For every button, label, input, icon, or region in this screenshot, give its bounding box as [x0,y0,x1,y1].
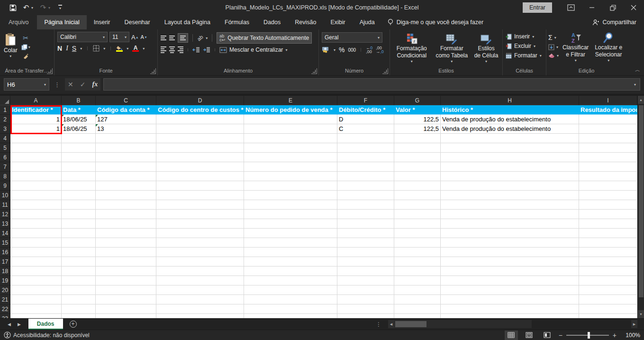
cell-I22[interactable] [579,304,637,314]
cell-B5[interactable] [62,143,96,153]
column-header-H[interactable]: H [441,96,579,105]
font-name-select[interactable]: Calibri▾ [57,32,108,42]
cell-E5[interactable] [244,143,337,153]
cell-E18[interactable] [244,266,337,276]
cell-I20[interactable] [579,285,637,295]
cell-F8[interactable] [337,172,394,181]
cell-D11[interactable] [156,200,244,210]
cell-G3[interactable]: 122,5 [394,124,441,134]
cell-A20[interactable] [10,285,62,295]
format-painter-icon[interactable] [21,53,30,59]
cell-C2[interactable]: 127 [96,115,156,124]
cell-I4[interactable] [579,134,637,143]
cell-G6[interactable] [394,153,441,162]
tab-layout-da-pagina[interactable]: Layout da Página [157,15,218,29]
cell-A23[interactable] [10,314,62,318]
cell-F17[interactable] [337,257,394,266]
decrease-indent-icon[interactable] [192,47,200,53]
cell-F6[interactable] [337,153,394,162]
decrease-font-icon[interactable]: A▼ [141,34,147,40]
fill-color-icon[interactable] [116,46,123,52]
column-header-I[interactable]: I [579,96,637,105]
cell-B6[interactable] [62,153,96,162]
align-bottom-icon[interactable] [178,33,188,43]
cell-A17[interactable] [10,257,62,266]
sheet-tab-dados[interactable]: Dados [28,319,63,330]
cell-C13[interactable] [96,219,156,229]
cell-E22[interactable] [244,304,337,314]
row-header-10[interactable]: 10 [0,191,10,200]
cell-A15[interactable] [10,238,62,248]
cell-D6[interactable] [156,153,244,162]
cell-A11[interactable] [10,200,62,210]
percent-format-icon[interactable]: % [339,46,345,54]
cell-F22[interactable] [337,304,394,314]
cell-H16[interactable] [441,248,579,257]
cell-B23[interactable] [62,314,96,318]
cell-I13[interactable] [579,219,637,229]
insert-cells-button[interactable]: Inserir▾ [506,33,534,40]
cell-H10[interactable] [441,191,579,200]
cell-D8[interactable] [156,172,244,181]
cell-D12[interactable] [156,210,244,219]
cell-H13[interactable] [441,219,579,229]
cell-F2[interactable]: D [337,115,394,124]
normal-view-icon[interactable] [505,331,518,340]
cell-A9[interactable] [10,181,62,191]
minimize-icon[interactable] [581,0,602,15]
tab-dados[interactable]: Dados [256,15,288,29]
row-header-14[interactable]: 14 [0,229,10,238]
cell-G16[interactable] [394,248,441,257]
cell-E2[interactable] [244,115,337,124]
cell-A18[interactable] [10,266,62,276]
delete-cells-button[interactable]: Excluir▾ [506,43,535,49]
tab-exibir[interactable]: Exibir [323,15,352,29]
cell-F13[interactable] [337,219,394,229]
cell-I16[interactable] [579,248,637,257]
row-header-8[interactable]: 8 [0,172,10,181]
cell-C15[interactable] [96,238,156,248]
cell-F10[interactable] [337,191,394,200]
cell-A13[interactable] [10,219,62,229]
cell-C22[interactable] [96,304,156,314]
cell-C18[interactable] [96,266,156,276]
cell-H20[interactable] [441,285,579,295]
cell-G12[interactable] [394,210,441,219]
cell-G18[interactable] [394,266,441,276]
tab-pagina-inicial[interactable]: Página Inicial [37,15,86,29]
row-header-23[interactable]: 23 [0,314,10,318]
page-break-view-icon[interactable] [541,331,554,340]
zoom-slider[interactable] [566,335,609,336]
cell-D5[interactable] [156,143,244,153]
cell-C6[interactable] [96,153,156,162]
cell-C21[interactable] [96,295,156,304]
clipboard-dialog-launcher-icon[interactable] [47,68,53,74]
accessibility-status[interactable]: Acessibilidade: não disponível [13,332,90,339]
cell-C1[interactable]: Código da conta * [96,105,156,115]
align-right-icon[interactable] [178,46,183,53]
cell-E23[interactable] [244,314,337,318]
cell-G14[interactable] [394,229,441,238]
cell-E17[interactable] [244,257,337,266]
cell-E21[interactable] [244,295,337,304]
cell-F4[interactable] [337,134,394,143]
cell-A4[interactable] [10,134,62,143]
cell-A16[interactable] [10,248,62,257]
expand-formula-bar-icon[interactable]: ▾ [634,83,636,87]
cell-C11[interactable] [96,200,156,210]
tab-revisao[interactable]: Revisão [288,15,323,29]
cell-B9[interactable] [62,181,96,191]
cell-G17[interactable] [394,257,441,266]
cell-A3[interactable]: 1 [10,124,62,134]
cell-H18[interactable] [441,266,579,276]
cell-I21[interactable] [579,295,637,304]
cell-B19[interactable] [62,276,96,285]
cell-I9[interactable] [579,181,637,191]
cell-D2[interactable] [156,115,244,124]
cell-A22[interactable] [10,304,62,314]
cell-I23[interactable] [579,314,637,318]
scroll-right-icon[interactable]: ▶ [631,320,637,328]
column-header-G[interactable]: G [394,96,441,105]
horizontal-scrollbar[interactable] [394,320,532,328]
cell-C10[interactable] [96,191,156,200]
